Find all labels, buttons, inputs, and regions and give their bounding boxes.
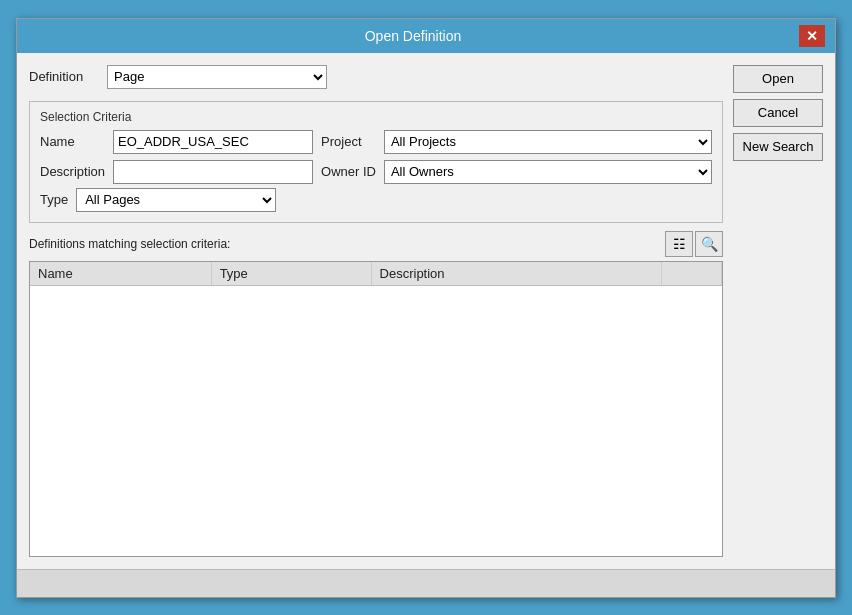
- project-select[interactable]: All Projects: [384, 130, 712, 154]
- results-section: Definitions matching selection criteria:…: [29, 231, 723, 557]
- search-execute-button[interactable]: 🔍: [695, 231, 723, 257]
- buttons-area: Open Cancel New Search: [733, 65, 823, 557]
- definition-row: Definition Page Component Record Field: [29, 65, 723, 89]
- new-search-button[interactable]: New Search: [733, 133, 823, 161]
- bottom-bar: [17, 569, 835, 597]
- results-table-container[interactable]: Name Type Description: [29, 261, 723, 557]
- definition-select[interactable]: Page Component Record Field: [107, 65, 327, 89]
- col-name: Name: [30, 262, 211, 286]
- results-header-row: Name Type Description: [30, 262, 722, 286]
- close-button[interactable]: ✕: [799, 25, 825, 47]
- results-table: Name Type Description: [30, 262, 722, 286]
- dialog-title: Open Definition: [27, 28, 799, 44]
- definition-label: Definition: [29, 69, 99, 84]
- selection-criteria-legend: Selection Criteria: [40, 110, 712, 124]
- main-area: Definition Page Component Record Field S…: [29, 65, 723, 557]
- selection-criteria-group: Selection Criteria Name Project All Proj…: [29, 101, 723, 223]
- owner-select[interactable]: All Owners: [384, 160, 712, 184]
- list-view-button[interactable]: ☷: [665, 231, 693, 257]
- name-input[interactable]: [113, 130, 313, 154]
- cancel-button[interactable]: Cancel: [733, 99, 823, 127]
- name-label: Name: [40, 134, 105, 149]
- results-header: Definitions matching selection criteria:…: [29, 231, 723, 257]
- col-description: Description: [371, 262, 661, 286]
- type-row: Type All Pages Standard Subpage: [40, 188, 712, 212]
- dialog-body: Definition Page Component Record Field S…: [17, 53, 835, 569]
- description-input[interactable]: [113, 160, 313, 184]
- list-icon: ☷: [673, 236, 686, 252]
- project-label: Project: [321, 134, 376, 149]
- open-button[interactable]: Open: [733, 65, 823, 93]
- title-bar: Open Definition ✕: [17, 19, 835, 53]
- search-icon: 🔍: [701, 236, 718, 252]
- icon-buttons: ☷ 🔍: [665, 231, 723, 257]
- type-select[interactable]: All Pages Standard Subpage: [76, 188, 276, 212]
- description-label: Description: [40, 164, 105, 179]
- open-definition-dialog: Open Definition ✕ Definition Page Compon…: [16, 18, 836, 598]
- type-label: Type: [40, 192, 68, 207]
- col-extra: [661, 262, 721, 286]
- results-label: Definitions matching selection criteria:: [29, 237, 230, 251]
- owner-label: Owner ID: [321, 164, 376, 179]
- col-type: Type: [211, 262, 371, 286]
- criteria-grid: Name Project All Projects Description Ow…: [40, 130, 712, 184]
- results-table-head: Name Type Description: [30, 262, 722, 286]
